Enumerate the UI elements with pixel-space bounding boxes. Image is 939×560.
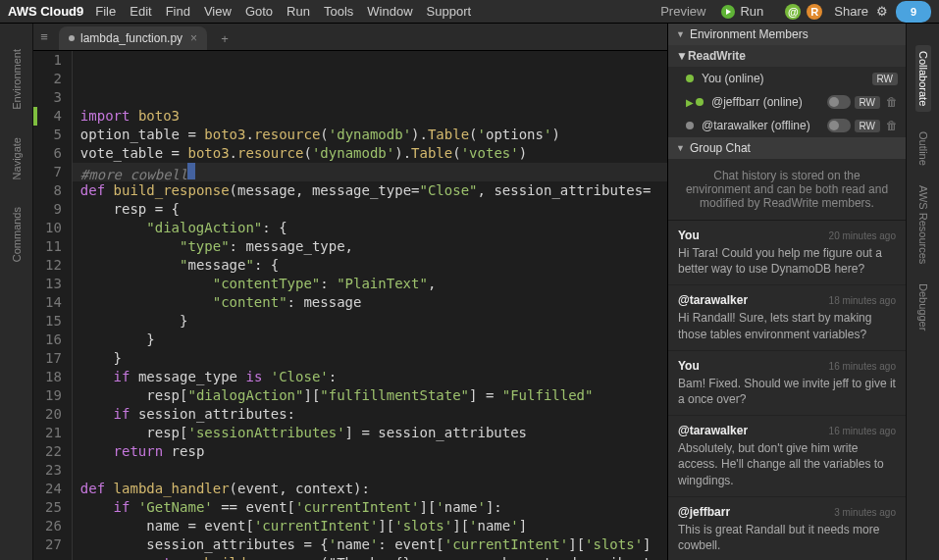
code-line[interactable]: } xyxy=(80,349,667,368)
right-rail-outline[interactable]: Outline xyxy=(917,131,929,166)
code-line[interactable]: resp = { xyxy=(80,200,667,219)
message-author: @jeffbarr xyxy=(678,505,730,519)
left-rail-environment[interactable]: Environment xyxy=(11,49,23,110)
code-line[interactable]: return build_response("Thanks {} you can… xyxy=(80,554,667,560)
group-chat-title: Group Chat xyxy=(690,141,751,155)
readwrite-title: ReadWrite xyxy=(688,49,746,63)
member-row[interactable]: @tarawalker (offline)RW🗑 xyxy=(668,114,906,137)
menu-goto[interactable]: Goto xyxy=(245,4,273,19)
section-environment-members[interactable]: ▼Environment Members xyxy=(668,24,906,45)
message-time: 16 minutes ago xyxy=(829,361,896,372)
add-tab-button[interactable]: + xyxy=(213,26,236,50)
message-author: You xyxy=(678,229,700,242)
tab-dirty-dot-icon xyxy=(69,35,75,41)
right-rail-debugger[interactable]: Debugger xyxy=(917,283,929,331)
member-row[interactable]: ▶@jeffbarr (online)RW🗑 xyxy=(668,90,906,114)
env-members-title: Environment Members xyxy=(690,27,809,41)
chevron-down-icon: ▼ xyxy=(676,49,688,63)
chat-message: @tarawalker18 minutes agoHi Randall! Sur… xyxy=(668,285,906,350)
code-line[interactable]: session_attributes = {'name': event['cur… xyxy=(80,535,667,554)
code-line[interactable]: "message": { xyxy=(80,256,667,275)
tab-menu-icon[interactable]: ≡ xyxy=(33,24,55,50)
code-line[interactable]: vote_table = boto3.resource('dynamodb').… xyxy=(80,144,667,163)
code-line[interactable]: return resp xyxy=(80,442,667,461)
right-rail: Collaborate Outline AWS Resources Debugg… xyxy=(906,24,939,560)
code-line[interactable]: option_table = boto3.resource('dynamodb'… xyxy=(80,126,667,144)
message-time: 20 minutes ago xyxy=(829,230,896,241)
tabbar: ≡ lambda_function.py × + xyxy=(33,24,667,51)
left-rail-commands[interactable]: Commands xyxy=(11,207,23,262)
message-time: 16 minutes ago xyxy=(829,426,896,436)
code-line[interactable]: def lambda_handler(event, context): xyxy=(80,480,667,498)
code-line[interactable]: if 'GetName' == event['currentIntent']['… xyxy=(80,498,667,517)
chat-message: @tarawalker16 minutes agoAbsolutely, but… xyxy=(668,416,906,497)
menu-window[interactable]: Window xyxy=(367,4,412,19)
tab-close-icon[interactable]: × xyxy=(190,31,197,45)
trash-icon[interactable]: 🗑 xyxy=(886,119,898,132)
status-dot-icon xyxy=(696,98,704,106)
member-name: @jeffbarr (online) xyxy=(711,95,823,109)
status-dot-icon xyxy=(686,122,694,129)
code-line[interactable]: } xyxy=(80,331,667,349)
code-line[interactable]: "dialogAction": { xyxy=(80,219,667,237)
play-icon xyxy=(721,5,735,19)
code-body[interactable]: import boto3option_table = boto3.resourc… xyxy=(73,51,667,560)
code-line[interactable]: } xyxy=(80,312,667,331)
code-editor[interactable]: 1234567891011121314151617181920212223242… xyxy=(33,51,667,560)
share-button[interactable]: Share xyxy=(834,4,868,19)
section-group-chat[interactable]: ▼Group Chat xyxy=(668,137,906,159)
message-author: You xyxy=(678,359,700,373)
chevron-down-icon: ▼ xyxy=(676,29,685,39)
message-text: Absolutely, but don't give him write acc… xyxy=(678,440,896,488)
menu-find[interactable]: Find xyxy=(166,4,190,19)
right-rail-collaborate[interactable]: Collaborate xyxy=(915,45,931,112)
cloud9-badge[interactable]: 9 xyxy=(896,1,931,23)
editor-area: ≡ lambda_function.py × + 123456789101112… xyxy=(33,24,667,560)
code-line[interactable]: "type": message_type, xyxy=(80,237,667,256)
access-badge[interactable]: RW xyxy=(855,120,880,132)
code-line[interactable]: def build_response(message, message_type… xyxy=(80,181,667,200)
collaborate-panel: ▼Environment Members ▼ReadWrite You (onl… xyxy=(667,24,906,560)
code-line[interactable] xyxy=(80,461,667,480)
menu-view[interactable]: View xyxy=(204,4,232,19)
code-line[interactable]: import boto3 xyxy=(80,107,667,126)
code-line[interactable]: name = event['currentIntent']['slots']['… xyxy=(80,517,667,535)
message-time: 18 minutes ago xyxy=(829,295,896,306)
code-line[interactable]: if session_attributes: xyxy=(80,405,667,424)
code-line[interactable]: resp["dialogAction"]["fulfillmentState"]… xyxy=(80,386,667,405)
message-author: @tarawalker xyxy=(678,424,748,437)
left-rail-navigate[interactable]: Navigate xyxy=(11,137,23,179)
menu-tools[interactable]: Tools xyxy=(324,4,353,19)
section-readwrite[interactable]: ▼ReadWrite xyxy=(668,45,906,67)
preview-button[interactable]: Preview xyxy=(660,4,705,19)
chevron-down-icon: ▼ xyxy=(676,143,685,153)
menu-edit[interactable]: Edit xyxy=(130,4,151,19)
access-badge[interactable]: RW xyxy=(872,73,898,85)
menu-support[interactable]: Support xyxy=(427,4,472,19)
tab-file[interactable]: lambda_function.py × xyxy=(59,26,207,50)
right-rail-aws-resources[interactable]: AWS Resources xyxy=(917,185,929,264)
gear-icon[interactable]: ⚙ xyxy=(876,4,888,19)
chat-message: You20 minutes agoHi Tara! Could you help… xyxy=(668,221,906,285)
code-line[interactable]: "contentType": "PlainText", xyxy=(80,275,667,293)
member-row[interactable]: You (online)RW xyxy=(668,67,906,90)
line-numbers: 1234567891011121314151617181920212223242… xyxy=(37,51,73,560)
code-line[interactable]: "content": message xyxy=(80,293,667,312)
menu-file[interactable]: File xyxy=(95,4,116,19)
menu-run[interactable]: Run xyxy=(287,4,310,19)
code-line[interactable]: if message_type is 'Close': xyxy=(80,368,667,386)
trash-icon[interactable]: 🗑 xyxy=(886,95,898,109)
access-toggle[interactable] xyxy=(827,95,851,109)
chat-message: @jeffbarr3 minutes agoThis is great Rand… xyxy=(668,497,906,560)
avatar-collaborator-1[interactable]: @ xyxy=(785,4,801,20)
run-button[interactable]: Run xyxy=(721,4,763,19)
avatar-collaborator-2[interactable]: R xyxy=(807,4,822,20)
member-name: @tarawalker (offline) xyxy=(702,119,823,132)
access-toggle[interactable] xyxy=(827,119,851,132)
message-text: Hi Tara! Could you help me figure out a … xyxy=(678,245,896,277)
access-badge[interactable]: RW xyxy=(855,96,880,109)
message-time: 3 minutes ago xyxy=(834,507,896,518)
left-rail: Environment Navigate Commands xyxy=(0,24,33,560)
chat-message: You16 minutes agoBam! Fixed. Should we i… xyxy=(668,351,906,416)
code-line[interactable]: resp['sessionAttributes'] = session_attr… xyxy=(80,424,667,442)
